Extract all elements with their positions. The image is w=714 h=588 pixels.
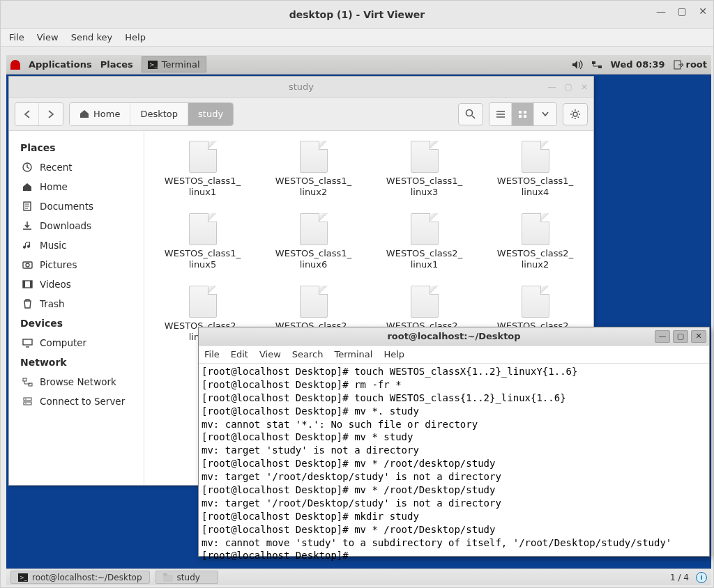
sidebar-item-connect-to-server[interactable]: Connect to Server: [9, 392, 144, 411]
svg-point-14: [26, 263, 29, 267]
list-icon: [496, 110, 506, 118]
terminal-maximize-button[interactable]: ▢: [673, 330, 688, 343]
svg-rect-16: [23, 281, 25, 288]
search-button[interactable]: [458, 103, 483, 125]
terminal-title: root@localhost:~/Desktop: [387, 331, 520, 341]
sidebar-item-music[interactable]: Music: [9, 235, 144, 255]
svg-rect-9: [524, 115, 526, 118]
sidebar-item-recent[interactable]: Recent: [9, 157, 144, 177]
virt-titlebar: desktop (1) - Virt Viewer — ▢ ✕: [1, 1, 713, 29]
nav-back-button[interactable]: [15, 103, 39, 125]
taskbar-item-files[interactable]: study: [155, 571, 218, 584]
breadcrumb-home[interactable]: Home: [70, 103, 130, 125]
terminal-menu-file[interactable]: File: [204, 349, 220, 359]
file-item[interactable]: WESTOS_class1_linux1: [150, 141, 255, 210]
file-item[interactable]: WESTOS_class2_linux2: [483, 213, 588, 283]
file-label: WESTOS_class1_linux6: [275, 248, 351, 271]
files-close-icon[interactable]: ✕: [581, 82, 588, 92]
terminal-menu-terminal[interactable]: Terminal: [334, 349, 372, 359]
sidebar-item-label: Computer: [40, 337, 86, 348]
info-badge-icon[interactable]: i: [696, 572, 707, 583]
file-icon: [189, 213, 217, 245]
sidebar-item-videos[interactable]: Videos: [9, 274, 144, 294]
virt-menu-file[interactable]: File: [9, 32, 24, 42]
settings-button[interactable]: [563, 103, 588, 125]
file-icon: [411, 141, 439, 173]
nav-forward-button[interactable]: [39, 103, 63, 125]
sidebar-item-pictures[interactable]: Pictures: [9, 255, 144, 274]
svg-text:>_: >_: [20, 575, 28, 581]
grid-icon: [518, 110, 528, 118]
sidebar-item-downloads[interactable]: Downloads: [9, 216, 144, 235]
terminal-close-button[interactable]: ✕: [691, 330, 706, 343]
trash-icon: [22, 298, 33, 309]
music-icon: [22, 240, 33, 251]
sidebar-item-computer[interactable]: Computer: [9, 333, 144, 353]
sidebar-item-browse-network[interactable]: Browse Network: [9, 372, 144, 392]
logout-icon: [674, 60, 683, 70]
virt-menu-sendkey[interactable]: Send key: [71, 32, 113, 42]
terminal-titlebar[interactable]: root@localhost:~/Desktop — ▢ ✕: [199, 327, 709, 346]
file-item[interactable]: WESTOS_class1_linux2: [261, 141, 366, 210]
terminal-menu-help[interactable]: Help: [383, 349, 404, 359]
camera-icon: [22, 259, 33, 270]
breadcrumb-study[interactable]: study: [188, 103, 233, 125]
panel-active-app-label: Terminal: [162, 59, 200, 70]
file-label: WESTOS_class1_linux5: [165, 248, 241, 271]
minimize-icon[interactable]: —: [656, 6, 666, 16]
maximize-icon[interactable]: ▢: [677, 6, 687, 16]
file-icon: [300, 286, 328, 318]
sidebar-item-label: Pictures: [40, 259, 77, 270]
view-grid-button[interactable]: [512, 103, 534, 125]
panel-places[interactable]: Places: [100, 59, 133, 70]
workspace-indicator[interactable]: 1 / 4: [670, 573, 689, 582]
sidebar-item-label: Recent: [40, 162, 73, 173]
view-list-button[interactable]: [489, 103, 512, 125]
terminal-menu-search[interactable]: Search: [292, 349, 324, 359]
files-minimize-icon[interactable]: —: [548, 82, 556, 92]
file-item[interactable]: WESTOS_class1_linux4: [483, 141, 588, 210]
file-item[interactable]: WESTOS_class1_linux6: [261, 213, 366, 283]
taskbar-item-terminal[interactable]: >_ root@localhost:~/Desktop: [10, 571, 150, 584]
file-item[interactable]: WESTOS_class1_linux5: [150, 213, 255, 283]
panel-clock[interactable]: Wed 08:39: [611, 59, 665, 70]
terminal-minimize-button[interactable]: —: [655, 330, 670, 343]
sidebar-item-documents[interactable]: Documents: [9, 196, 144, 216]
svg-rect-21: [24, 398, 31, 401]
file-item[interactable]: WESTOS_class1_linux3: [372, 141, 477, 210]
file-label: WESTOS_class1_linux4: [497, 176, 573, 199]
sidebar-item-label: Videos: [40, 279, 71, 290]
sidebar-item-home[interactable]: Home: [9, 177, 144, 196]
svg-rect-6: [519, 111, 522, 114]
volume-icon[interactable]: [572, 60, 583, 70]
panel-active-app[interactable]: >_ Terminal: [142, 56, 206, 72]
sidebar-item-label: Documents: [40, 201, 93, 212]
sidebar-item-trash[interactable]: Trash: [9, 294, 144, 314]
svg-rect-8: [519, 115, 522, 118]
virt-menu-view[interactable]: View: [37, 32, 59, 42]
panel-applications[interactable]: Applications: [29, 59, 92, 70]
files-title: study: [289, 82, 314, 92]
sidebar-heading-devices: Devices: [9, 314, 144, 333]
file-icon: [522, 213, 549, 245]
terminal-output[interactable]: [root@localhost Desktop]# touch WESTOS_c…: [199, 364, 709, 564]
terminal-icon: >_: [18, 573, 28, 582]
close-icon[interactable]: ✕: [698, 6, 708, 16]
panel-user[interactable]: root: [674, 59, 708, 70]
terminal-menu-edit[interactable]: Edit: [231, 349, 248, 359]
breadcrumb-desktop[interactable]: Desktop: [130, 103, 188, 125]
file-icon: [522, 141, 549, 173]
terminal-menu-view[interactable]: View: [259, 349, 281, 359]
svg-rect-27: [163, 575, 173, 582]
svg-rect-28: [163, 573, 167, 575]
sidebar-heading-network: Network: [9, 353, 144, 372]
network-icon[interactable]: [591, 60, 602, 70]
virt-menu-help[interactable]: Help: [125, 32, 146, 42]
svg-rect-7: [524, 111, 526, 114]
view-options-button[interactable]: [534, 103, 556, 125]
file-item[interactable]: WESTOS_class2_linux1: [372, 213, 477, 283]
home-icon: [22, 181, 33, 192]
sidebar-item-label: Home: [40, 181, 68, 192]
svg-rect-18: [23, 339, 32, 345]
files-maximize-icon[interactable]: ▢: [565, 82, 572, 92]
